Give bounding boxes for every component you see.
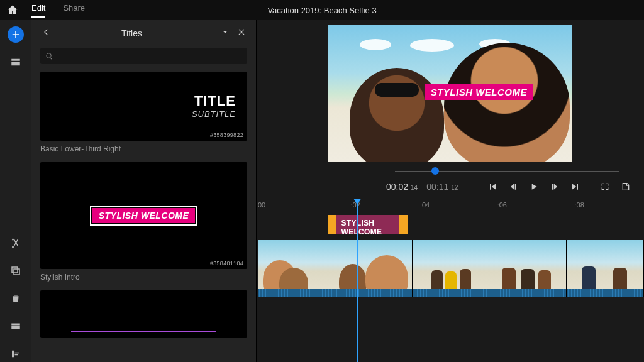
goto-start-button[interactable] (487, 180, 499, 194)
clip-label: STYLISH WELCOME (336, 215, 400, 234)
tab-edit[interactable]: Edit (31, 3, 45, 18)
asset-id: #358399822 (210, 132, 243, 138)
chevron-down-icon[interactable] (221, 28, 230, 39)
video-clip[interactable] (413, 240, 490, 297)
export-button[interactable] (619, 180, 631, 194)
current-timecode: 00:0214 (386, 182, 418, 192)
card-icon[interactable] (8, 318, 24, 334)
top-bar: Edit Share Vacation 2019: Beach Selfie 3 (0, 0, 644, 20)
ruler-tick: :06 (497, 201, 507, 209)
home-icon[interactable] (6, 4, 19, 16)
close-icon[interactable] (237, 28, 246, 39)
thumb-tag: STYLISH WELCOME (92, 208, 196, 223)
step-forward-button[interactable] (548, 180, 560, 194)
card-label: Basic Lower-Third Right (40, 145, 247, 153)
project-panel-icon[interactable] (8, 54, 24, 70)
fullscreen-button[interactable] (599, 180, 611, 194)
title-cards[interactable]: TITLE SUBTITLE #358399822 Basic Lower-Th… (31, 72, 256, 362)
scissors-icon[interactable] (8, 235, 24, 251)
search-icon (45, 52, 53, 60)
ruler-tick: :04 (420, 201, 430, 209)
video-clip[interactable] (258, 240, 335, 297)
asset-id: #358401104 (210, 260, 243, 266)
trash-icon[interactable] (8, 290, 24, 307)
scrub-bar[interactable] (395, 166, 619, 176)
card-thumbnail[interactable] (40, 290, 247, 338)
scrub-handle[interactable] (431, 167, 439, 175)
card-thumbnail[interactable]: STYLISH WELCOME #358401104 (40, 162, 247, 269)
ruler-tick: :08 (574, 201, 584, 209)
thumb-line (71, 331, 216, 332)
program-monitor[interactable]: STYLISH WELCOME (328, 25, 572, 162)
search-field[interactable] (57, 52, 242, 60)
clip-handle-right[interactable] (399, 215, 408, 234)
project-title: Vacation 2019: Beach Selfie 3 (267, 6, 376, 15)
video-clip[interactable] (489, 240, 567, 297)
thumb-subtitle: SUBTITLE (192, 109, 236, 119)
duplicate-icon[interactable] (8, 263, 24, 279)
back-icon[interactable] (42, 28, 50, 39)
video-clip[interactable] (335, 240, 413, 297)
step-back-button[interactable] (507, 180, 519, 194)
thumb-title: TITLE (192, 93, 236, 109)
goto-end-button[interactable] (569, 180, 581, 194)
video-track[interactable] (258, 240, 644, 297)
clip-handle-left[interactable] (328, 215, 336, 234)
title-card[interactable]: TITLE SUBTITLE #358399822 Basic Lower-Th… (40, 72, 247, 153)
titles-panel: Titles TITLE SUBTITLE #358399822 (31, 20, 257, 362)
play-button[interactable] (528, 180, 540, 194)
panel-title: Titles (50, 28, 213, 38)
title-card[interactable] (40, 290, 247, 338)
monitor-overlay-title[interactable]: STYLISH WELCOME (425, 84, 533, 100)
editor-pane: STYLISH WELCOME 00:0214 00:1112 (257, 20, 644, 362)
search-input[interactable] (40, 48, 247, 64)
title-clip[interactable]: STYLISH WELCOME (328, 215, 409, 234)
transport-controls: 00:0214 00:1112 (257, 178, 644, 199)
top-tabs: Edit Share (31, 3, 85, 18)
title-track[interactable]: STYLISH WELCOME (258, 215, 644, 234)
duration-timecode: 00:1112 (426, 182, 458, 192)
title-card[interactable]: STYLISH WELCOME #358401104 Stylish Intro (40, 162, 247, 282)
tab-share[interactable]: Share (63, 3, 85, 18)
ruler-tick: 00 (258, 201, 265, 209)
align-icon[interactable] (8, 346, 24, 362)
add-button[interactable] (8, 26, 24, 43)
card-label: Stylish Intro (40, 273, 247, 282)
time-ruler[interactable]: 00 :02 :04 :06 :08 (258, 199, 644, 215)
playhead[interactable] (357, 199, 358, 362)
tool-rail (0, 20, 31, 362)
timeline[interactable]: 00 :02 :04 :06 :08 STYLISH WELCOME (257, 199, 644, 362)
card-thumbnail[interactable]: TITLE SUBTITLE #358399822 (40, 72, 247, 141)
video-clip[interactable] (567, 240, 644, 297)
